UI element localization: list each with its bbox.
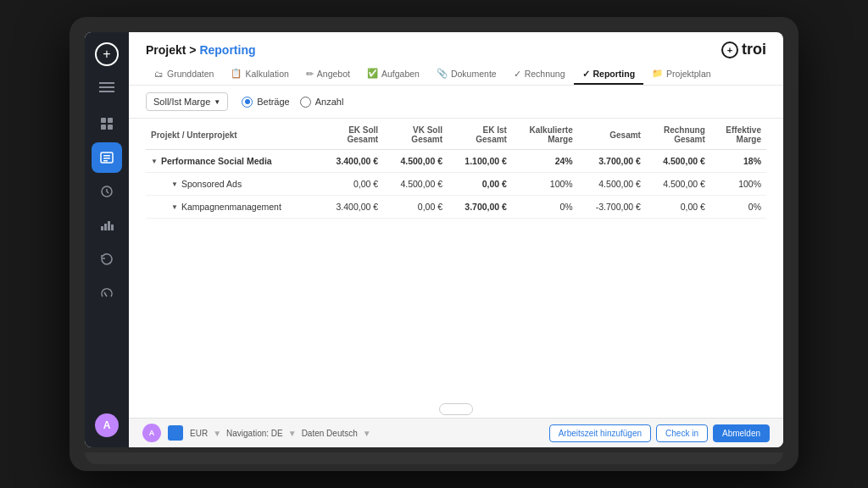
separator-2: ▼ (288, 429, 297, 438)
tab-angebot-label: Angebot (317, 69, 350, 79)
dokumente-icon: 📎 (437, 68, 448, 79)
sidebar-item-projects[interactable] (92, 142, 122, 173)
cell-rechnung-gesamt: 0,00 € (646, 196, 710, 219)
tab-grunddaten-label: Grunddaten (167, 69, 214, 79)
footer-right: Arbeitszeit hinzufügen Check in Abmelden (549, 424, 770, 442)
breadcrumb: Projekt > Reporting (146, 43, 256, 57)
col-eff-marge: EffektiveMarge (710, 119, 766, 150)
sidebar-item-clock[interactable] (92, 176, 122, 207)
tab-rechnung[interactable]: ✓ Rechnung (505, 64, 574, 85)
cell-gesamt: 4.500,00 € (578, 173, 646, 196)
laptop-base (85, 452, 783, 464)
table-row: ▼ Performance Social Media 3.400,00 € 4.… (146, 150, 766, 173)
cell-gesamt: -3.700,00 € (578, 196, 646, 219)
tab-kalkulation[interactable]: 📋 Kalkulation (222, 64, 297, 85)
sidebar-item-gauge[interactable] (92, 278, 122, 308)
cell-eff-marge: 100% (710, 173, 766, 196)
checkin-button[interactable]: Check in (656, 424, 708, 442)
separator-3: ▼ (363, 429, 371, 438)
footer-data-label: Daten Deutsch (302, 429, 358, 438)
footer: A EUR ▼ Navigation: DE ▼ Daten Deutsch ▼… (129, 418, 783, 447)
scroll-indicator (129, 401, 783, 418)
sidebar-item-grid[interactable] (92, 108, 122, 139)
abmelden-button[interactable]: Abmelden (713, 424, 770, 442)
tab-reporting-label: Reporting (593, 69, 636, 79)
radio-betraege-circle (242, 97, 253, 108)
row-expand-icon[interactable]: ▼ (171, 180, 178, 188)
cell-ek-ist: 0,00 € (448, 173, 512, 196)
cell-eff-marge: 18% (710, 150, 766, 173)
cell-project-name: ▼ Kampagnenmanagement (146, 196, 319, 219)
view-mode-radio-group: Beträge Anzahl (242, 97, 343, 108)
grunddaten-icon: 🗂 (154, 69, 164, 79)
sidebar-nav (92, 108, 122, 408)
table-header-row: Projekt / Unterprojekt EK SollGesamt VK … (146, 119, 766, 150)
col-gesamt: Gesamt (578, 119, 646, 150)
col-vk-soll: VK SollGesamt (383, 119, 448, 150)
cell-ek-soll: 0,00 € (319, 173, 383, 196)
cell-kalk-marge: 24% (512, 150, 578, 173)
aufgaben-icon: ✅ (367, 68, 378, 79)
sidebar-item-chart[interactable] (92, 210, 122, 241)
cell-vk-soll: 4.500,00 € (383, 150, 448, 173)
kalkulation-icon: 📋 (231, 68, 242, 79)
cell-kalk-marge: 0% (512, 196, 578, 219)
cell-ek-soll: 3.400,00 € (319, 196, 383, 219)
arbeitszeit-button[interactable]: Arbeitszeit hinzufügen (549, 424, 651, 442)
footer-nav-label: Navigation: DE (226, 429, 283, 438)
cell-kalk-marge: 100% (512, 173, 578, 196)
sidebar: A (85, 32, 129, 447)
soll-ist-dropdown[interactable]: Soll/Ist Marge ▼ (146, 92, 228, 111)
cell-eff-marge: 0% (710, 196, 766, 219)
cell-project-name: ▼ Performance Social Media (146, 150, 319, 173)
svg-rect-9 (101, 226, 103, 230)
projektplan-icon: 📁 (652, 68, 663, 79)
radio-anzahl[interactable]: Anzahl (300, 97, 344, 108)
tab-aufgaben-label: Aufgaben (381, 69, 420, 79)
tab-angebot[interactable]: ✏ Angebot (298, 64, 359, 85)
data-table-container: Projekt / Unterprojekt EK SollGesamt VK … (129, 119, 783, 401)
footer-nav: EUR ▼ Navigation: DE ▼ Daten Deutsch ▼ (190, 429, 371, 438)
tab-projektplan[interactable]: 📁 Projektplan (643, 64, 720, 85)
svg-rect-12 (111, 225, 114, 230)
cell-rechnung-gesamt: 4.500,00 € (646, 150, 710, 173)
row-expand-icon[interactable]: ▼ (171, 203, 178, 211)
svg-rect-3 (108, 125, 113, 130)
tab-reporting[interactable]: ✓ Reporting (574, 64, 644, 85)
row-expand-icon[interactable]: ▼ (151, 158, 158, 165)
svg-rect-2 (101, 125, 106, 130)
sidebar-avatar[interactable]: A (95, 413, 119, 437)
cell-ek-ist: 3.700,00 € (448, 196, 512, 219)
footer-status-icon (168, 425, 183, 441)
table-row: ▼ Sponsored Ads 0,00 € 4.500,00 € 0,00 €… (146, 173, 766, 196)
footer-avatar[interactable]: A (142, 424, 161, 442)
tab-grunddaten[interactable]: 🗂 Grunddaten (146, 64, 222, 85)
reporting-table: Projekt / Unterprojekt EK SollGesamt VK … (146, 119, 766, 219)
cell-gesamt: 3.700,00 € (578, 150, 646, 173)
footer-left: A EUR ▼ Navigation: DE ▼ Daten Deutsch ▼ (142, 424, 371, 442)
tab-rechnung-label: Rechnung (525, 69, 565, 79)
tab-aufgaben[interactable]: ✅ Aufgaben (359, 64, 428, 85)
scroll-handle[interactable] (439, 403, 473, 415)
cell-ek-soll: 3.400,00 € (319, 150, 383, 173)
hamburger-menu-icon[interactable] (95, 78, 119, 97)
tab-dokumente[interactable]: 📎 Dokumente (428, 64, 505, 85)
svg-rect-1 (108, 118, 113, 123)
col-rechnung-gesamt: RechnungGesamt (646, 119, 710, 150)
col-ek-soll: EK SollGesamt (319, 119, 383, 150)
svg-rect-10 (104, 224, 107, 230)
sidebar-logo[interactable] (95, 42, 119, 66)
cell-ek-ist: 1.100,00 € (448, 150, 512, 173)
cell-vk-soll: 4.500,00 € (383, 173, 448, 196)
header: Projekt > Reporting + troi 🗂 Grunddaten … (129, 32, 783, 86)
rechnung-icon: ✓ (514, 69, 521, 79)
radio-betraege[interactable]: Beträge (242, 97, 290, 108)
col-project: Projekt / Unterprojekt (146, 119, 319, 150)
sidebar-item-history[interactable] (92, 244, 122, 274)
reporting-icon: ✓ (582, 69, 590, 79)
breadcrumb-prefix: Projekt > (146, 43, 199, 57)
svg-rect-5 (103, 155, 110, 157)
footer-currency: EUR (190, 429, 208, 438)
radio-betraege-label: Beträge (257, 97, 290, 107)
dropdown-label: Soll/Ist Marge (153, 97, 210, 107)
